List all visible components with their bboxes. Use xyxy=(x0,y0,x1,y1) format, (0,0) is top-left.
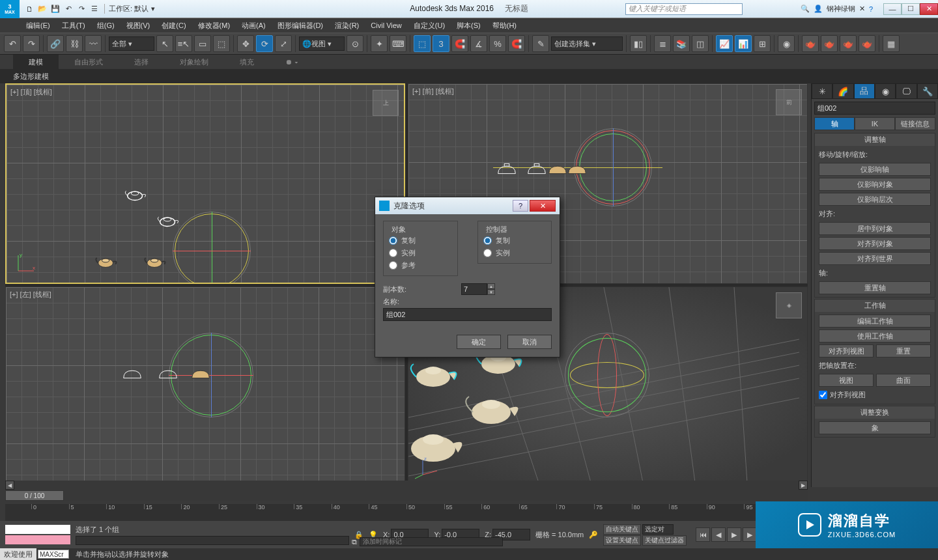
use-working-pivot-button[interactable]: 使用工作轴 xyxy=(819,329,931,343)
layer-explorer-icon[interactable]: ◫ xyxy=(692,35,709,52)
timeline-ruler[interactable]: 0510152025303540455055606570758085909510… xyxy=(5,504,808,521)
open-icon[interactable]: 📂 xyxy=(36,3,48,15)
select-name-icon[interactable]: ≡↖ xyxy=(175,35,192,52)
autokey-button[interactable]: 自动关键点 xyxy=(603,524,641,535)
reset-working-pivot-button[interactable]: 重置 xyxy=(876,344,931,357)
clone-reference-radio[interactable]: 参考 xyxy=(389,259,452,272)
ik-button[interactable]: IK xyxy=(855,117,895,130)
redo-button[interactable]: ↷ xyxy=(23,35,40,52)
window-crossing-icon[interactable]: ⬚ xyxy=(213,35,230,52)
controller-copy-radio[interactable]: 复制 xyxy=(483,234,547,247)
menu-create[interactable]: 创建(C) xyxy=(162,21,186,31)
minimize-button[interactable]: — xyxy=(883,3,902,15)
tab-freeform[interactable]: 自由形式 xyxy=(59,55,119,69)
viewport-top[interactable]: [+] [顶] [线框] 上 yx xyxy=(5,83,405,284)
unlink-icon[interactable]: ⛓ xyxy=(66,35,83,52)
rollup-header[interactable]: 调整变换 xyxy=(815,406,935,419)
named-selection-sets[interactable]: 创建选择集 ▾ xyxy=(551,36,623,51)
modify-tab-icon[interactable]: 🌈 xyxy=(832,83,853,99)
clone-copy-radio[interactable]: 复制 xyxy=(389,234,452,247)
save-icon[interactable]: 💾 xyxy=(50,3,61,15)
project-icon[interactable]: ☰ xyxy=(89,3,100,15)
ribbon-panel[interactable]: 多边形建模 xyxy=(0,69,938,83)
help-icon[interactable]: ? xyxy=(869,5,873,13)
viewcube-icon[interactable]: ◈ xyxy=(776,292,802,318)
menu-edit[interactable]: 编辑(E) xyxy=(26,21,50,31)
align-to-world-button[interactable]: 对齐到世界 xyxy=(819,252,931,265)
status-color-swatch[interactable] xyxy=(5,525,70,534)
use-center-icon[interactable]: ⊙ xyxy=(347,35,363,52)
tab-paint[interactable]: 对象绘制 xyxy=(164,55,224,69)
maxscript-listener[interactable]: MAXScr xyxy=(38,550,69,559)
mirror-icon[interactable]: ▮▯ xyxy=(630,35,647,52)
hierarchy-tab-icon[interactable]: 品 xyxy=(854,83,875,99)
copies-spinner[interactable]: ▲▼ xyxy=(461,283,495,295)
status-input[interactable] xyxy=(76,536,349,545)
dialog-help-button[interactable]: ? xyxy=(513,200,528,212)
viewport-left[interactable]: [+] [左] [线框] xyxy=(5,287,405,487)
angle-snap-icon[interactable]: 🧲 xyxy=(451,35,468,52)
add-time-tag[interactable]: 添加时间标记 xyxy=(360,537,503,546)
render-icon[interactable]: 🫖 xyxy=(840,35,857,52)
key-icon[interactable]: 🔑 xyxy=(589,531,598,539)
rollup-header[interactable]: 工作轴 xyxy=(815,300,935,312)
maximize-button[interactable]: ☐ xyxy=(902,3,920,15)
app-logo[interactable]: 3MAX xyxy=(0,0,20,18)
key-selected[interactable]: 选定对 xyxy=(642,524,674,535)
close-button[interactable]: ✕ xyxy=(920,3,938,15)
menu-tools[interactable]: 工具(T) xyxy=(62,21,85,31)
snap-2d-icon[interactable]: ⬚ xyxy=(414,35,431,52)
tab-selection[interactable]: 选择 xyxy=(119,55,164,69)
goto-start-icon[interactable]: ⏮ xyxy=(696,527,710,542)
align-to-object-button[interactable]: 对齐到对象 xyxy=(819,237,931,250)
align-to-view-button[interactable]: 对齐到视图 xyxy=(819,344,874,357)
ribbon-pin-icon[interactable]: ⏺ ▾ xyxy=(270,55,314,69)
signin-icon[interactable]: 👤 xyxy=(814,5,823,13)
rotate-icon[interactable]: ⟳ xyxy=(256,35,273,52)
manipulate-icon[interactable]: ✦ xyxy=(371,35,388,52)
setkey-button[interactable]: 设置关键点 xyxy=(603,535,641,546)
align-to-view-checkbox[interactable] xyxy=(819,391,827,399)
help-search-input[interactable]: 键入关键字或短语 xyxy=(625,3,743,15)
exchange-icon[interactable]: ✕ xyxy=(859,5,865,13)
copies-input[interactable] xyxy=(461,283,487,295)
time-tag-icon[interactable]: ⧉ xyxy=(352,538,357,546)
rollup-header[interactable]: 调整轴 xyxy=(815,133,935,146)
align-icon[interactable]: ≣ xyxy=(654,35,671,52)
spinner-snap-icon[interactable]: % xyxy=(489,35,506,52)
viewport-front-label[interactable]: [+] [前] [线框] xyxy=(412,87,454,96)
viewcube-icon[interactable]: 上 xyxy=(373,90,399,116)
pivot-button[interactable]: 轴 xyxy=(814,117,855,130)
percent-snap-icon[interactable]: ∡ xyxy=(470,35,487,52)
undo-icon[interactable]: ↶ xyxy=(63,3,74,15)
new-icon[interactable]: 🗋 xyxy=(23,3,35,15)
bind-icon[interactable]: 〰 xyxy=(85,35,102,52)
menu-civil[interactable]: Civil View xyxy=(371,21,401,29)
snap-3d-icon[interactable]: 3 xyxy=(433,35,449,52)
render-preset-icon[interactable]: 🫖 xyxy=(859,35,875,52)
place-surface-button[interactable]: 曲面 xyxy=(876,374,931,387)
ref-coord-system[interactable]: 🌐 视图 ▾ xyxy=(299,36,345,51)
status-color-swatch[interactable] xyxy=(5,535,70,544)
place-view-button[interactable]: 视图 xyxy=(819,374,874,387)
selection-filter[interactable]: 全部 ▾ xyxy=(109,36,154,51)
menu-help[interactable]: 帮助(H) xyxy=(492,21,517,31)
keyboard-icon[interactable]: ⌨ xyxy=(390,35,406,52)
object-name-field[interactable]: 组002 xyxy=(814,102,935,115)
render-frame-icon[interactable]: 🫖 xyxy=(821,35,838,52)
cancel-button[interactable]: 取消 xyxy=(507,335,552,349)
spinner-up-icon[interactable]: ▲ xyxy=(487,283,495,289)
undo-button[interactable]: ↶ xyxy=(4,35,21,52)
scale-icon[interactable]: ⤢ xyxy=(275,35,292,52)
affect-object-button[interactable]: 仅影响对象 xyxy=(819,178,931,191)
menu-views[interactable]: 视图(V) xyxy=(126,21,150,31)
tab-modeling[interactable]: 建模 xyxy=(13,55,59,69)
move-icon[interactable]: ✥ xyxy=(237,35,254,52)
snap-options-icon[interactable]: 🧲 xyxy=(508,35,525,52)
infocenter-icon[interactable]: 🔍 xyxy=(801,5,810,13)
menu-rendering[interactable]: 渲染(R) xyxy=(335,21,359,31)
select-region-icon[interactable]: ▭ xyxy=(194,35,211,52)
utilities-tab-icon[interactable]: 🔧 xyxy=(917,83,938,99)
prev-frame-icon[interactable]: ◀ xyxy=(711,527,726,542)
reset-pivot-button[interactable]: 重置轴 xyxy=(819,281,931,294)
